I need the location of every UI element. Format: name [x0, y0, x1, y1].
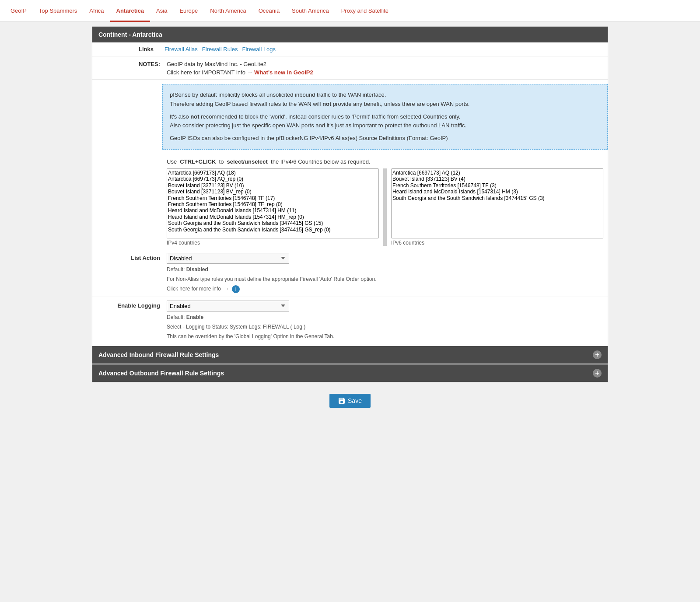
- save-button-label: Save: [348, 397, 362, 404]
- section-title: Continent - Antarctica: [98, 31, 162, 38]
- ipv4-label: IPv4 countries: [167, 240, 379, 246]
- firewall-alias-link[interactable]: Firewall Alias: [164, 46, 198, 52]
- enable-logging-note1: Default: Enable: [167, 313, 603, 321]
- navigation-bar: GeoIPTop SpammersAfricaAntarcticaAsiaEur…: [0, 0, 700, 22]
- notes-content: GeoIP data by MaxMind Inc. - GeoLite2 Cl…: [167, 61, 313, 77]
- ctrl-instruction: Use CTRL+CLICK to select/unselect the IP…: [92, 154, 608, 168]
- ipv6-list-wrap: Antarctica [6697173] AQ (12)Bouvet Islan…: [391, 168, 603, 246]
- nav-item-proxy-satellite[interactable]: Proxy and Satellite: [335, 0, 395, 22]
- list-action-label: List Action: [97, 253, 167, 261]
- nav-item-south-america[interactable]: South America: [286, 0, 335, 22]
- nav-item-oceania[interactable]: Oceania: [252, 0, 286, 22]
- links-row: Links Firewall Alias Firewall Rules Fire…: [92, 42, 608, 56]
- nav-item-top-spammers[interactable]: Top Spammers: [33, 0, 83, 22]
- links-label: Links: [97, 46, 160, 52]
- notes-label: NOTES:: [97, 61, 167, 77]
- nav-item-geoip[interactable]: GeoIP: [4, 0, 33, 22]
- nav-item-asia[interactable]: Asia: [150, 0, 173, 22]
- save-icon: [338, 397, 345, 404]
- whats-new-link[interactable]: What's new in GeoIP2: [254, 69, 313, 76]
- list-action-note2: For Non-Alias type rules you must define…: [167, 275, 603, 283]
- advanced-inbound-expand-icon[interactable]: +: [593, 350, 602, 359]
- list-divider: [383, 168, 387, 246]
- nav-item-europe[interactable]: Europe: [173, 0, 204, 22]
- firewall-rules-link[interactable]: Firewall Rules: [202, 46, 238, 52]
- enable-logging-note2: Select - Logging to Status: System Logs:…: [167, 323, 603, 331]
- notes-line1: GeoIP data by MaxMind Inc. - GeoLite2: [167, 61, 313, 67]
- notes-line2: Click here for IMPORTANT info → What's n…: [167, 69, 313, 76]
- save-button[interactable]: Save: [329, 394, 371, 408]
- list-action-content: DisabledPermit InboundDeny InboundPermit…: [167, 253, 603, 293]
- save-area: Save: [0, 387, 700, 415]
- ipv6-country-select[interactable]: Antarctica [6697173] AQ (12)Bouvet Islan…: [391, 168, 603, 238]
- advanced-outbound-header[interactable]: Advanced Outbound Firewall Rule Settings…: [92, 364, 608, 382]
- notes-row: NOTES: GeoIP data by MaxMind Inc. - GeoL…: [92, 56, 608, 80]
- ipv6-label: IPv6 countries: [391, 240, 603, 246]
- enable-logging-row: Enable Logging EnabledDisabled Default: …: [92, 297, 608, 344]
- ipv4-country-select[interactable]: Antarctica [6697173] AQ (18)Antarctica […: [167, 168, 379, 238]
- info-para3: GeoIP ISOs can also be configured in the…: [170, 134, 600, 143]
- enable-logging-select[interactable]: EnabledDisabled: [167, 301, 289, 312]
- list-action-note1: Default: Disabled: [167, 266, 603, 273]
- nav-item-north-america[interactable]: North America: [204, 0, 252, 22]
- list-action-default: Disabled: [186, 266, 208, 273]
- advanced-inbound-header[interactable]: Advanced Inbound Firewall Rule Settings …: [92, 346, 608, 364]
- notes-line2-prefix: Click here for IMPORTANT info →: [167, 69, 254, 76]
- advanced-inbound-label: Advanced Inbound Firewall Rule Settings: [98, 351, 219, 358]
- country-lists: Antarctica [6697173] AQ (18)Antarctica […: [92, 168, 608, 249]
- list-action-row: List Action DisabledPermit InboundDeny I…: [92, 249, 608, 297]
- advanced-outbound-expand-icon[interactable]: +: [593, 369, 602, 378]
- section-header: Continent - Antarctica: [92, 27, 608, 42]
- advanced-outbound-label: Advanced Outbound Firewall Rule Settings: [98, 370, 224, 377]
- info-box: pfSense by default implicitly blocks all…: [162, 84, 608, 150]
- ipv4-list-wrap: Antarctica [6697173] AQ (18)Antarctica […: [167, 168, 379, 246]
- nav-item-antarctica[interactable]: Antarctica: [110, 0, 150, 22]
- enable-logging-content: EnabledDisabled Default: Enable Select -…: [167, 301, 603, 340]
- firewall-logs-link[interactable]: Firewall Logs: [242, 46, 276, 52]
- enable-logging-note3: This can be overriden by the 'Global Log…: [167, 332, 603, 340]
- main-content: Continent - Antarctica Links Firewall Al…: [92, 26, 608, 382]
- nav-item-africa[interactable]: Africa: [83, 0, 110, 22]
- enable-logging-default: Enable: [186, 314, 203, 320]
- info-para1: pfSense by default implicitly blocks all…: [170, 91, 600, 109]
- enable-logging-label: Enable Logging: [97, 301, 167, 309]
- info-icon[interactable]: i: [232, 285, 240, 293]
- info-para2: It's also not recommended to block the '…: [170, 112, 600, 131]
- list-action-select[interactable]: DisabledPermit InboundDeny InboundPermit…: [167, 253, 289, 264]
- list-action-note3: Click here for more info → i: [167, 285, 603, 293]
